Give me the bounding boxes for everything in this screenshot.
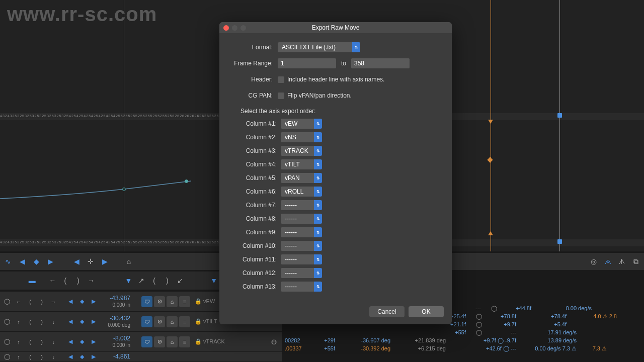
home-icon[interactable]: ⌂ — [167, 336, 178, 347]
ghost-icon[interactable]: ◯ — [2, 317, 12, 327]
sub-paren-r-icon[interactable]: ) — [73, 275, 84, 287]
column-select-9[interactable]: ------⇅ — [281, 227, 322, 237]
column-select-12[interactable]: ------⇅ — [281, 268, 322, 278]
header-checkbox[interactable] — [278, 76, 284, 83]
shield-icon[interactable]: 🛡 — [141, 316, 152, 327]
paren-l-icon[interactable]: ( — [25, 297, 35, 307]
sub-collapse-icon[interactable]: ↙ — [175, 275, 186, 287]
ghost-icon[interactable]: ◯ — [2, 297, 12, 307]
key-next-icon[interactable]: ▶ — [89, 337, 99, 347]
paren-r-icon[interactable]: ) — [37, 317, 47, 327]
range-marker-top[interactable] — [557, 113, 562, 118]
marker-in[interactable] — [488, 120, 493, 124]
key-prev-icon[interactable]: ◀ — [65, 297, 75, 307]
disable-icon[interactable]: ⊘ — [154, 316, 165, 327]
key-add-icon[interactable]: ◆ — [77, 317, 87, 327]
disable-icon[interactable]: ⊘ — [154, 296, 165, 307]
tool-next-icon[interactable]: ▶ — [44, 255, 56, 267]
power-icon[interactable]: ⏻ — [268, 336, 280, 348]
disable-icon[interactable]: ⊘ — [154, 336, 165, 347]
tool-prev2-icon[interactable]: ◀ — [70, 255, 83, 267]
home-icon[interactable]: ⌂ — [167, 316, 178, 327]
column-select-7[interactable]: ------⇅ — [281, 200, 322, 210]
tool-home-icon[interactable]: ⌂ — [123, 255, 135, 267]
dialog-titlebar[interactable]: Export Raw Move — [219, 22, 452, 33]
keyframe-handle-2[interactable] — [185, 179, 188, 183]
paren-r-icon[interactable]: ) — [37, 352, 47, 362]
shield-icon[interactable]: 🛡 — [141, 336, 152, 347]
column-select-4[interactable]: vTILT⇅ — [281, 159, 322, 169]
tool-graph2-icon[interactable]: ⩚ — [616, 255, 628, 267]
column-select-10[interactable]: ------⇅ — [281, 241, 322, 251]
arrow-down-icon[interactable]: ↓ — [48, 337, 58, 347]
tool-key-icon[interactable]: ◆ — [30, 255, 42, 267]
arrow-left-icon[interactable]: ← — [14, 297, 24, 307]
playhead-3[interactable] — [559, 0, 560, 251]
menu-icon[interactable]: ≡ — [179, 296, 190, 307]
key-next-icon[interactable]: ▶ — [89, 317, 99, 327]
arrow-up-icon[interactable]: ↑ — [14, 317, 24, 327]
paren-r-icon[interactable]: ) — [37, 297, 47, 307]
key-prev-icon[interactable]: ◀ — [65, 317, 75, 327]
axis-row-4[interactable]: ◯ ↑ ( ) ↓ ◀ ◆ ▶ -4.861 — [0, 352, 282, 362]
key-prev-icon[interactable]: ◀ — [65, 352, 75, 362]
arrow-down-icon[interactable]: ↓ — [48, 317, 58, 327]
sub-arrow-right-icon[interactable]: → — [86, 275, 97, 287]
column-select-6[interactable]: vROLL⇅ — [281, 187, 322, 197]
column-select-8[interactable]: ------⇅ — [281, 214, 322, 224]
tool-crop-icon[interactable]: ⧉ — [630, 255, 642, 267]
cgpan-checkbox[interactable] — [278, 93, 284, 99]
arrow-right-icon[interactable]: → — [48, 297, 58, 307]
sub-paren-l-icon[interactable]: ( — [60, 275, 71, 287]
column-select-2[interactable]: vNS⇅ — [281, 132, 322, 142]
tool-target-icon[interactable]: ◎ — [588, 255, 600, 267]
sub-ease2-icon[interactable]: ▼ — [208, 275, 219, 287]
playhead-orange[interactable] — [491, 0, 491, 251]
column-select-11[interactable]: ------⇅ — [281, 254, 322, 264]
paren-l-icon[interactable]: ( — [25, 317, 35, 327]
column-select-5[interactable]: vPAN⇅ — [281, 173, 322, 183]
shield-icon[interactable]: 🛡 — [141, 296, 152, 307]
key-add-icon[interactable]: ◆ — [77, 297, 87, 307]
ghost-icon[interactable]: ◯ — [2, 337, 12, 347]
range-marker-bottom[interactable] — [557, 239, 562, 244]
menu-icon[interactable]: ≡ — [179, 316, 190, 327]
arrow-up-icon[interactable]: ↑ — [14, 337, 24, 347]
menu-icon[interactable]: ≡ — [179, 336, 190, 347]
ghost-icon[interactable]: ◯ — [2, 352, 12, 362]
arrow-down-icon[interactable]: ↓ — [48, 352, 58, 362]
key-add-icon[interactable]: ◆ — [77, 352, 87, 362]
format-select[interactable]: ASCII TXT File (.txt)⇅ — [278, 42, 360, 52]
home-icon[interactable]: ⌂ — [167, 296, 178, 307]
frame-to-input[interactable] — [351, 58, 410, 68]
column-select-13[interactable]: ------⇅ — [281, 282, 322, 292]
tool-graph1-icon[interactable]: ⩕ — [602, 255, 614, 267]
sub-arrow-left-icon[interactable]: ← — [47, 275, 58, 287]
key-add-icon[interactable]: ◆ — [77, 337, 87, 347]
cancel-button[interactable]: Cancel — [369, 306, 405, 317]
tool-prev-icon[interactable]: ◀ — [16, 255, 28, 267]
key-next-icon[interactable]: ▶ — [89, 352, 99, 362]
keyframe-handle-1[interactable] — [122, 188, 126, 191]
sub-ease-icon[interactable]: ▼ — [123, 275, 134, 287]
column-select-1[interactable]: vEW⇅ — [281, 119, 322, 129]
tool-crosshair-icon[interactable]: ✛ — [85, 255, 97, 267]
paren-r-icon[interactable]: ) — [37, 337, 47, 347]
tool-curve-icon[interactable]: ∿ — [2, 255, 14, 267]
axis-row-vtrack[interactable]: ◯ ↑ ( ) ↓ ◀ ◆ ▶ -8.002 0.000 in 🛡 ⊘ ⌂ ≡ … — [0, 332, 282, 352]
paren-l-icon[interactable]: ( — [25, 337, 35, 347]
marker-in-bottom[interactable] — [488, 231, 493, 235]
sub-align-icon[interactable]: ▬ — [27, 275, 38, 287]
frame-from-input[interactable] — [278, 58, 336, 68]
key-next-icon[interactable]: ▶ — [89, 297, 99, 307]
sub-paren2-r-icon[interactable]: ) — [162, 275, 173, 287]
sub-paren2-l-icon[interactable]: ( — [149, 275, 160, 287]
key-prev-icon[interactable]: ◀ — [65, 337, 75, 347]
arrow-up-icon[interactable]: ↑ — [14, 352, 24, 362]
keyframe-diamond[interactable] — [487, 157, 493, 162]
ok-button[interactable]: OK — [409, 306, 444, 317]
column-select-3[interactable]: vTRACK⇅ — [281, 146, 322, 156]
tool-next2-icon[interactable]: ▶ — [99, 255, 111, 267]
sub-expand-icon[interactable]: ↗ — [136, 275, 147, 287]
paren-l-icon[interactable]: ( — [25, 352, 35, 362]
